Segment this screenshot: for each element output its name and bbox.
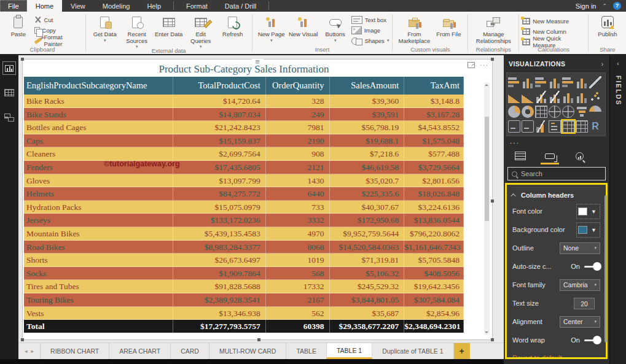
resize-handle[interactable] (21, 338, 24, 341)
publish-button[interactable]: Publish (592, 13, 624, 38)
card-icon[interactable] (508, 120, 520, 133)
gauge-icon[interactable] (589, 106, 601, 118)
table-icon[interactable] (562, 120, 574, 133)
column-header[interactable]: EnglishProductSubcategoryName (24, 77, 173, 95)
report-view-button[interactable] (2, 61, 16, 75)
multi-row-card-icon[interactable] (522, 120, 534, 133)
cut-button[interactable]: Cut (34, 15, 82, 24)
clustered-bar-chart-icon[interactable] (535, 76, 547, 88)
table-row[interactable]: Touring Bikes$2,389,928.35412167$3,844,8… (24, 293, 464, 307)
next-page-icon[interactable]: ▸ (31, 348, 34, 354)
line-chart-icon[interactable] (589, 76, 601, 88)
table-row[interactable]: Hydration Packs$15,075.0979733$40,307.67… (24, 201, 464, 214)
refresh-button[interactable]: Refresh (217, 13, 249, 38)
section-header-column-headers[interactable]: Column headers (512, 187, 600, 202)
page-tab-duplicate-of-table-1[interactable]: Duplicate of TABLE 1 (372, 343, 453, 359)
table-row[interactable]: Gloves$13,097.7991430$35,020.7$2,801.656 (24, 174, 464, 188)
panel-scrollbar[interactable] (604, 195, 607, 343)
page-tab-table[interactable]: TABLE (286, 343, 326, 359)
visual-scrollbar[interactable] (484, 83, 490, 335)
slicer-icon[interactable] (549, 120, 561, 133)
format-tab[interactable] (542, 150, 558, 162)
page-tab-table-1[interactable]: TABLE 1 (327, 343, 372, 359)
tab-home[interactable]: Home (27, 0, 62, 12)
report-canvas[interactable]: ≡ ↗ ··· Product Sub-Category Sales Infor… (18, 55, 504, 343)
table-visual[interactable]: ≡ ↗ ··· Product Sub-Category Sales Infor… (22, 59, 493, 340)
area-chart-icon[interactable] (508, 91, 520, 103)
resize-handle[interactable] (257, 338, 260, 341)
scroll-up-icon[interactable] (485, 84, 488, 86)
stacked-area-chart-icon[interactable] (522, 91, 534, 103)
word-wrap-toggle[interactable]: On (571, 336, 600, 344)
map-icon[interactable] (549, 106, 561, 118)
table-row[interactable]: Jerseys$133,172.02363332$172,950.68$13,8… (24, 214, 464, 227)
matrix-icon[interactable] (576, 120, 588, 133)
from-marketplace-button[interactable]: From Marketplace (396, 13, 432, 44)
recent-sources-button[interactable]: Recent Sources▾ (121, 13, 153, 49)
new-visual-button[interactable]: New Visual (288, 13, 319, 38)
image-button[interactable]: Image (351, 26, 389, 34)
format-painter-button[interactable]: Format Painter (34, 36, 82, 45)
manage-relationships-button[interactable]: Manage Relationships (471, 13, 515, 44)
expand-fields-icon[interactable]: ‹ (610, 55, 626, 67)
treemap-icon[interactable] (535, 106, 547, 118)
resize-handle[interactable] (491, 199, 494, 203)
copy-button[interactable]: Copy (34, 26, 82, 34)
text-size-spinner[interactable]: 20 (574, 298, 600, 309)
model-view-button[interactable] (2, 110, 16, 124)
scroll-down-icon[interactable] (485, 331, 488, 333)
fields-tab[interactable] (512, 150, 528, 162)
resize-handle[interactable] (491, 338, 494, 341)
new-column-button[interactable]: New Column (522, 27, 585, 36)
page-tab-ribbon-chart[interactable]: RIBBON CHART (41, 343, 109, 359)
enter-data-button[interactable]: Enter Data (153, 13, 185, 38)
table-row[interactable]: Caps$15,159.8372190$19,688.1$1,575.048 (24, 134, 464, 148)
table-row[interactable]: Bottles and Cages$21,242.84237981$56,798… (24, 121, 464, 134)
column-header[interactable]: SalesAmount (330, 77, 405, 95)
new-quick-measure-button[interactable]: New Quick Measure (522, 37, 585, 46)
help-icon[interactable]: ? (613, 2, 621, 10)
more-visuals-icon[interactable]: ... (504, 136, 609, 145)
new-page-button[interactable]: New Page▾ (256, 13, 288, 43)
tab-modeling[interactable]: Modeling (94, 0, 139, 12)
background-color-picker[interactable]: ▾ (576, 222, 600, 238)
buttons-button[interactable]: Buttons▾ (319, 13, 351, 43)
font-color-picker[interactable]: ▾ (576, 204, 600, 219)
collapse-ribbon-icon[interactable]: ⌃ (602, 3, 607, 9)
new-measure-button[interactable]: New Measure (522, 17, 585, 25)
100-stacked-bar-chart-icon[interactable] (562, 76, 574, 88)
column-header[interactable]: OrderQuantity (266, 77, 330, 95)
spin-up-icon[interactable] (597, 299, 600, 303)
filled-map-icon[interactable] (562, 106, 574, 118)
line-stacked-column-chart-icon[interactable] (535, 91, 547, 103)
table-row[interactable]: Mountain Bikes$5,439,135.45834970$9,952,… (24, 227, 464, 241)
text-box-button[interactable]: Text box (351, 15, 389, 24)
file-tab[interactable]: File (0, 0, 27, 12)
data-view-button[interactable] (2, 86, 16, 99)
column-header[interactable]: TaxAmt (404, 77, 464, 95)
shapes-button[interactable]: Shapes▾ (351, 36, 389, 45)
table-row[interactable]: Socks$1,909.7864568$5,106.32$408.5056 (24, 267, 464, 281)
focus-mode-icon[interactable]: ↗ (468, 62, 475, 68)
prev-page-icon[interactable]: ◂ (25, 348, 28, 354)
table-row[interactable]: Bike Stands$14,807.034249$39,591$3,167.2… (24, 108, 464, 122)
scatter-chart-icon[interactable] (589, 91, 601, 103)
auto-size-toggle[interactable]: On (571, 263, 600, 270)
page-tab-card[interactable]: CARD (171, 343, 209, 359)
paste-button[interactable]: Paste (2, 13, 34, 38)
r-script-icon[interactable]: R (589, 120, 601, 133)
get-data-button[interactable]: Get Data▾ (89, 13, 121, 43)
table-row[interactable]: Vests$13,346.938562$35,687$2,854.96 (24, 307, 464, 320)
donut-chart-icon[interactable] (522, 106, 534, 118)
100-stacked-column-chart-icon[interactable] (576, 76, 588, 88)
tab-data-drill[interactable]: Data / Drill (216, 0, 265, 12)
more-options-icon[interactable]: ··· (480, 61, 488, 69)
from-file-button[interactable]: From File (432, 13, 464, 38)
line-clustered-column-chart-icon[interactable] (549, 91, 561, 103)
page-tab-area-chart[interactable]: AREA CHART (109, 343, 171, 359)
funnel-icon[interactable] (576, 106, 588, 118)
outline-dropdown[interactable]: None ▾ (560, 242, 600, 254)
tab-help[interactable]: Help (138, 0, 170, 12)
table-row[interactable]: Shorts$26,673.64971019$71,319.81$5,705.5… (24, 254, 464, 267)
page-tab-multi-row-card[interactable]: MULTI-ROW CARD (209, 343, 287, 359)
